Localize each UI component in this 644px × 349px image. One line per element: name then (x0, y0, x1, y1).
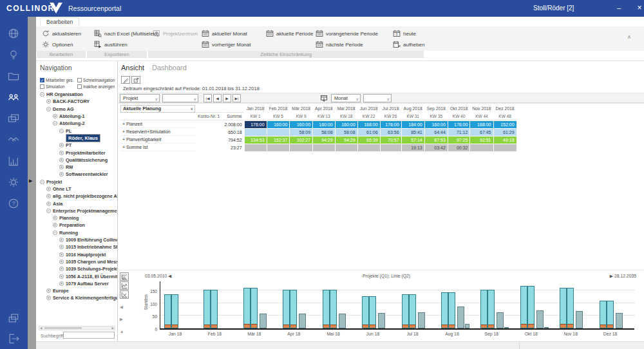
globe-icon[interactable] (7, 27, 20, 40)
tree-expand-icon[interactable]: + (59, 158, 64, 162)
tree-item[interactable]: +allg. nicht projektbezogene Akti (37, 193, 117, 200)
data-cell[interactable] (267, 144, 290, 151)
data-cell[interactable] (358, 144, 380, 151)
tree-item[interactable]: +1015 Inbetriebnahme SR (37, 243, 117, 250)
ribbon-tab-bearbeiten[interactable]: Bearbeiten (40, 17, 79, 26)
tree-item[interactable]: +Qualitätssicherung (37, 156, 117, 164)
collapse-ribbon-icon[interactable]: ∧ (627, 34, 631, 40)
tree-expand-icon[interactable]: + (59, 151, 64, 155)
data-cell[interactable]: 92:51 (470, 137, 493, 144)
scroll-right-icon[interactable]: ▶ (112, 326, 114, 330)
data-cell[interactable]: 152:00 (494, 121, 516, 128)
checkbox-icon[interactable] (40, 84, 44, 89)
data-cell[interactable]: 71:12 (448, 129, 470, 136)
tree-collapse-icon[interactable]: − (40, 92, 44, 97)
window-switch-icon[interactable] (7, 312, 20, 325)
next-period-button[interactable]: nächste Periode (316, 40, 363, 49)
data-cell[interactable]: 102:27 (290, 137, 312, 144)
next-record-button[interactable]: ▶ (223, 94, 231, 102)
chart-type-off-button[interactable] (120, 290, 129, 299)
tree-expand-icon[interactable]: + (59, 274, 64, 279)
data-cell[interactable]: 03:42 (425, 144, 448, 151)
tree-expand-icon[interactable]: + (59, 165, 64, 169)
scroll-left-icon[interactable]: ◀ (40, 326, 42, 330)
checkbox-inaktive-anzeigen[interactable]: Inaktive anzeigen (77, 84, 115, 89)
data-cell[interactable]: 58:08 (336, 129, 357, 136)
tree-item[interactable]: Röder, Klaus (37, 135, 117, 142)
checkbox-mitarbeiter-ges[interactable]: ✓Mitarbeiter ges. (40, 78, 73, 82)
lightbulb-icon[interactable] (7, 48, 20, 61)
logout-icon[interactable] (7, 332, 20, 345)
nav-horizontal-scrollbar[interactable]: ◀ ▶ (39, 326, 115, 330)
row-label[interactable]: + Summe Ist (120, 144, 195, 151)
today-button[interactable]: heute (393, 29, 416, 38)
help-icon[interactable] (7, 197, 20, 210)
scroll-right-icon[interactable]: ▶ (120, 317, 123, 321)
minimize-button[interactable]: – (609, 0, 629, 17)
team-icon[interactable] (7, 91, 20, 104)
checkbox-simulation[interactable]: Simulation (40, 84, 64, 89)
data-cell[interactable]: 94:29 (313, 137, 335, 144)
tree-item[interactable]: +Europe (37, 287, 117, 294)
scroll-up-icon[interactable]: ▲ (120, 329, 124, 334)
tree-item[interactable]: −Enterprise Projektmanagement (37, 207, 117, 214)
previous-period-button[interactable]: vorangehende Periode (316, 29, 378, 38)
chart-end-date[interactable]: ▶ 28.12.2035 (610, 274, 636, 279)
data-cell[interactable]: 160:00 (425, 121, 448, 128)
statistics-icon[interactable] (7, 155, 20, 167)
tree-collapse-icon[interactable]: − (46, 209, 51, 213)
checkbox-icon[interactable] (77, 84, 82, 89)
previous-month-button[interactable]: vorheriger Monat (202, 40, 251, 49)
data-cell[interactable]: 58:08 (313, 129, 335, 136)
tree-item[interactable]: +Planning (37, 214, 117, 222)
tree-item[interactable]: +1079 Aufbau Server (37, 280, 117, 287)
tree-expand-icon[interactable]: + (53, 114, 57, 118)
checkbox-icon[interactable] (77, 78, 82, 82)
data-cell[interactable]: 64:44 (425, 129, 448, 136)
folder-icon[interactable] (7, 70, 20, 82)
data-cell[interactable]: 61:06 (358, 129, 380, 136)
data-cell[interactable]: 184:00 (402, 121, 424, 128)
data-cell[interactable]: 176:00 (245, 121, 267, 128)
data-cell[interactable]: 58:09 (290, 129, 312, 136)
chart-type-bar-line-button[interactable] (120, 272, 129, 281)
tree-item[interactable]: +Ohne LT (37, 185, 117, 193)
handshake-icon[interactable] (7, 133, 20, 146)
tree-collapse-icon[interactable]: − (40, 180, 44, 184)
tree-item[interactable]: +Preparation (37, 222, 117, 229)
execute-button[interactable]: ausführen (94, 40, 128, 49)
scrollbar-thumb[interactable] (44, 327, 82, 329)
data-cell[interactable]: 49:18 (494, 137, 516, 144)
project-value-select[interactable]: ∨ (162, 94, 198, 102)
splitter-collapse-icon[interactable]: ▶ (29, 178, 32, 184)
data-cell[interactable]: 70:57 (381, 137, 401, 144)
data-cell[interactable] (267, 129, 290, 136)
checkbox-schnellnavigation[interactable]: Schnellnavigation (77, 78, 115, 82)
tree-collapse-icon[interactable]: − (46, 107, 51, 111)
refresh-button[interactable]: aktualisieren (42, 29, 81, 38)
row-label[interactable]: + Planzeit (120, 121, 195, 128)
data-cell[interactable]: 97:25 (448, 137, 470, 144)
first-record-button[interactable]: |◀ (204, 94, 212, 102)
tree-expand-icon[interactable]: + (46, 99, 51, 104)
row-label[interactable]: + Reserviert+Simulation (120, 129, 195, 136)
tree-item[interactable]: +1016 Hauptprojekt (37, 251, 117, 258)
tree-item[interactable]: +PT (37, 142, 117, 149)
edit-button[interactable] (121, 76, 130, 84)
tree-expand-icon[interactable]: + (59, 238, 64, 242)
data-cell[interactable] (313, 144, 335, 151)
current-period-button[interactable]: aktuelle Periode (266, 29, 313, 38)
open-external-button[interactable] (131, 76, 140, 84)
tree-item[interactable]: −Demo AG (37, 106, 117, 113)
data-cell[interactable]: 160:00 (313, 121, 335, 128)
excel-export-button[interactable]: nach Excel (Multiselekt) (94, 29, 158, 38)
data-cell[interactable] (245, 144, 267, 151)
data-cell[interactable]: 152:37 (267, 137, 290, 144)
tree-item[interactable]: +1009 Einführung Collinor (37, 236, 117, 243)
tree-item[interactable]: +Asia (37, 200, 117, 207)
data-cell[interactable]: 00:32 (448, 144, 470, 151)
data-cell[interactable]: 85:41 (402, 129, 424, 136)
tree-collapse-icon[interactable]: − (53, 121, 57, 126)
search-input[interactable] (63, 332, 115, 339)
tree-expand-icon[interactable]: + (59, 267, 64, 271)
